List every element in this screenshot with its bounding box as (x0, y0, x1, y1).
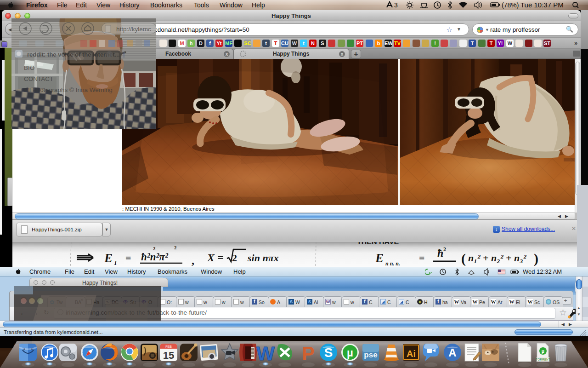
svg-text:n n. n.: n n. n. (385, 260, 400, 267)
svg-text:W: W (256, 343, 275, 364)
svg-text:µ: µ (347, 346, 353, 359)
svg-text:TORRENT: TORRENT (536, 358, 550, 361)
svg-text:ħ²n²π²: ħ²n²π² (141, 251, 169, 263)
svg-text:sin nπx: sin nπx (247, 252, 279, 264)
svg-text:µ: µ (542, 348, 544, 354)
svg-text:2: 2 (174, 245, 177, 250)
svg-text:E: E (375, 251, 384, 265)
svg-text:P: P (302, 343, 315, 364)
svg-text:=: = (125, 252, 131, 264)
svg-text:E: E (104, 251, 113, 265)
svg-text:3: 3 (394, 1, 398, 9)
svg-text:FEB: FEB (165, 345, 172, 348)
svg-text:15: 15 (163, 350, 174, 361)
svg-text:2: 2 (153, 246, 156, 251)
svg-text:,: , (192, 254, 194, 266)
svg-text:X =: X = (207, 252, 224, 264)
svg-text:ħ: ħ (437, 247, 443, 259)
svg-text:S: S (324, 345, 333, 360)
svg-text:=: = (419, 252, 425, 264)
svg-text:2: 2 (443, 246, 446, 253)
svg-text:2: 2 (232, 252, 237, 264)
svg-text:n₁² + n₂² + n₃²: n₁² + n₂² + n₃² (468, 252, 526, 264)
svg-text:(: ( (461, 251, 466, 266)
svg-text:THEN HAVE: THEN HAVE (357, 242, 399, 246)
svg-text:): ) (534, 251, 538, 266)
svg-text:Ai: Ai (407, 349, 416, 359)
svg-text:A: A (448, 346, 456, 359)
svg-text:pse: pse (364, 351, 377, 359)
svg-text:1: 1 (114, 259, 117, 266)
